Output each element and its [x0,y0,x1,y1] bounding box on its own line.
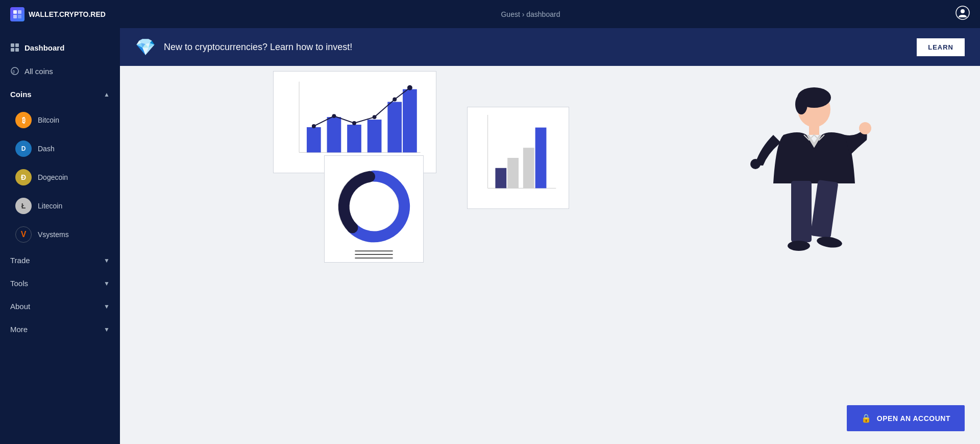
dashboard-label: Dashboard [24,43,64,52]
about-chevron-icon: ▼ [104,303,110,310]
svg-rect-35 [535,128,547,189]
open-account-button[interactable]: 🔒 OPEN AN ACCOUNT [847,405,965,431]
sidebar-item-dash[interactable]: D Dash [0,134,120,163]
svg-rect-15 [327,117,341,152]
sidebar-item-allcoins[interactable]: ₿ All coins [0,59,120,83]
svg-point-40 [750,159,761,169]
sidebar-item-allcoins-left: ₿ All coins [10,66,53,76]
svg-rect-1 [18,10,21,14]
svg-point-24 [393,97,397,101]
sidebar-item-trade[interactable]: Trade ▼ [0,249,120,272]
svg-text:₿: ₿ [12,69,15,74]
bar-chart-card-2 [467,107,569,209]
dogecoin-label: Dogecoin [38,173,68,181]
coins-section-left: Coins [10,90,32,99]
sidebar-item-tools[interactable]: Tools ▼ [0,272,120,295]
bitcoin-icon: ₿ [15,112,32,128]
coins-section-label: Coins [10,90,32,99]
svg-rect-8 [11,48,14,52]
sidebar-item-litecoin[interactable]: Ł Litecoin [0,192,120,220]
svg-point-38 [795,94,807,114]
svg-rect-19 [403,89,417,153]
dashboard-illustration-area [120,66,980,444]
more-label: More [10,325,28,334]
svg-rect-34 [523,148,534,188]
logo-text: WALLET.CRYPTO.RED [29,10,106,18]
litecoin-label: Litecoin [38,202,62,210]
svg-point-45 [816,236,843,249]
trade-chevron-icon: ▼ [104,257,110,264]
tools-label: Tools [10,279,28,288]
vsystems-icon: V [15,226,32,243]
svg-point-21 [332,114,336,118]
svg-point-5 [961,9,965,13]
sidebar-item-about[interactable]: About ▼ [0,295,120,318]
logo[interactable]: WALLET.CRYPTO.RED [10,7,106,21]
breadcrumb: Guest › dashboard [501,10,560,18]
svg-point-20 [312,124,316,128]
header: WALLET.CRYPTO.RED Guest › dashboard [0,0,980,28]
sidebar-item-dogecoin[interactable]: Ð Dogecoin [0,163,120,192]
banner-left: 💎 New to cryptocurrencies? Learn how to … [135,37,352,57]
allcoins-label: All coins [24,67,53,76]
vsystems-label: Vsystems [38,230,69,239]
svg-point-22 [352,121,356,125]
trade-label: Trade [10,256,30,265]
person-illustration [735,81,878,311]
svg-rect-18 [387,102,402,152]
open-account-label: OPEN AN ACCOUNT [877,414,950,423]
more-chevron-icon: ▼ [104,326,110,333]
main-layout: Dashboard ₿ All coins Coins ▲ ₿ Bitcoin [0,28,980,444]
donut-chart-card [324,155,424,263]
litecoin-icon: Ł [15,198,32,214]
svg-point-44 [788,241,810,251]
svg-rect-16 [347,125,361,152]
svg-rect-43 [811,180,839,238]
sidebar: Dashboard ₿ All coins Coins ▲ ₿ Bitcoin [0,28,120,444]
sidebar-item-dashboard[interactable]: Dashboard [0,36,120,59]
learn-banner: 💎 New to cryptocurrencies? Learn how to … [120,28,980,66]
sidebar-item-vsystems[interactable]: V Vsystems [0,220,120,249]
svg-point-25 [407,85,412,90]
dash-icon: D [15,141,32,157]
sidebar-item-dashboard-left: Dashboard [10,43,64,52]
svg-rect-2 [13,15,17,18]
svg-point-41 [859,122,871,134]
svg-rect-9 [15,48,19,52]
sidebar-item-more[interactable]: More ▼ [0,318,120,341]
user-icon[interactable] [955,6,970,23]
svg-rect-39 [809,125,819,135]
main-content: 💎 New to cryptocurrencies? Learn how to … [120,28,980,444]
svg-rect-7 [15,43,19,47]
banner-emoji: 💎 [135,37,156,57]
lock-icon: 🔒 [861,413,872,423]
svg-rect-14 [307,127,321,153]
about-label: About [10,302,30,311]
svg-rect-32 [495,168,506,189]
logo-icon [10,7,24,21]
coins-chevron-icon: ▲ [104,91,110,98]
svg-rect-17 [368,120,382,152]
sidebar-item-bitcoin[interactable]: ₿ Bitcoin [0,106,120,134]
bitcoin-label: Bitcoin [38,116,59,124]
sidebar-section-coins[interactable]: Coins ▲ [0,83,120,106]
banner-text: New to cryptocurrencies? Learn how to in… [164,42,352,53]
svg-rect-3 [18,15,21,18]
svg-rect-42 [791,181,812,242]
svg-point-23 [373,115,377,119]
dash-label: Dash [38,145,55,153]
svg-rect-33 [507,158,519,188]
dogecoin-icon: Ð [15,169,32,185]
svg-rect-0 [13,10,17,14]
learn-button[interactable]: LEARN [917,38,965,56]
tools-chevron-icon: ▼ [104,280,110,287]
svg-rect-6 [11,43,14,47]
